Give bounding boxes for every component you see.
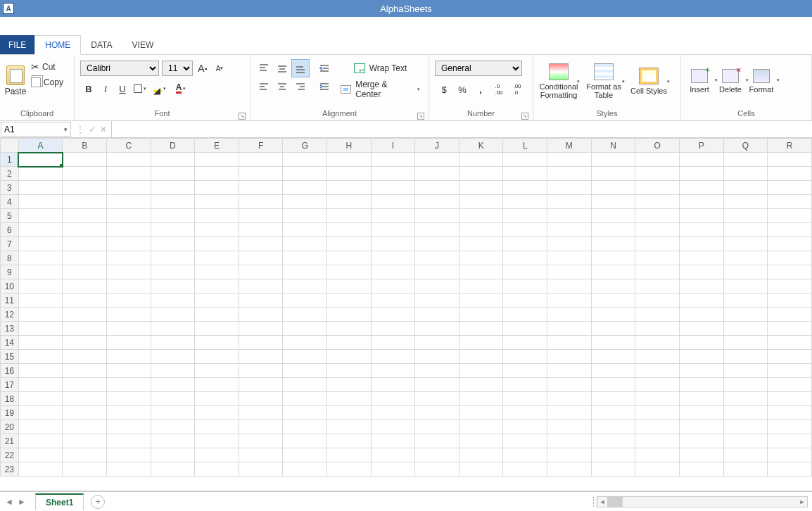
name-box-select[interactable]: A1 <box>1 122 61 136</box>
row-header-16[interactable]: 16 <box>1 364 19 378</box>
col-header-H[interactable]: H <box>327 139 372 153</box>
cell-A3[interactable] <box>18 181 63 195</box>
cell-B15[interactable] <box>63 350 107 364</box>
cell-A12[interactable] <box>18 308 63 322</box>
cell-K2[interactable] <box>459 167 503 181</box>
cell-P14[interactable] <box>680 336 724 350</box>
wrap-text-button[interactable]: Wrap Text <box>336 59 424 77</box>
cell-R11[interactable] <box>768 294 812 308</box>
cell-N22[interactable] <box>591 448 635 462</box>
cell-L17[interactable] <box>503 378 547 392</box>
cell-O21[interactable] <box>635 434 680 448</box>
cell-A18[interactable] <box>18 392 63 406</box>
cell-C11[interactable] <box>106 294 151 308</box>
cell-O15[interactable] <box>635 350 680 364</box>
paste-button[interactable]: Paste <box>3 56 28 106</box>
cell-E21[interactable] <box>195 434 239 448</box>
cell-Q10[interactable] <box>723 279 768 294</box>
cell-K17[interactable] <box>459 378 503 392</box>
cell-L21[interactable] <box>503 434 547 448</box>
cell-R18[interactable] <box>768 392 812 406</box>
cell-styles-button[interactable]: Cell Styles▾ <box>626 56 671 106</box>
cell-H8[interactable] <box>327 251 372 265</box>
cell-G7[interactable] <box>283 237 327 251</box>
cell-M23[interactable] <box>547 462 592 477</box>
cell-M15[interactable] <box>547 350 592 364</box>
cell-A16[interactable] <box>18 364 63 378</box>
cell-D2[interactable] <box>151 167 195 181</box>
cell-E9[interactable] <box>195 265 239 279</box>
bold-button[interactable]: B <box>80 80 97 97</box>
cell-Q2[interactable] <box>723 167 768 181</box>
cell-O17[interactable] <box>635 378 680 392</box>
row-header-6[interactable]: 6 <box>1 223 19 237</box>
cell-P5[interactable] <box>680 209 724 223</box>
cell-P16[interactable] <box>680 364 724 378</box>
cell-N15[interactable] <box>591 350 635 364</box>
cell-G19[interactable] <box>283 406 327 420</box>
cell-R7[interactable] <box>768 237 812 251</box>
cell-H9[interactable] <box>327 265 372 279</box>
cell-E10[interactable] <box>195 279 239 294</box>
cell-I4[interactable] <box>371 195 415 209</box>
cell-N7[interactable] <box>591 237 635 251</box>
cell-D5[interactable] <box>151 209 195 223</box>
cell-N8[interactable] <box>591 251 635 265</box>
cell-I8[interactable] <box>371 251 415 265</box>
cell-E17[interactable] <box>195 378 239 392</box>
cell-O14[interactable] <box>635 336 680 350</box>
col-header-L[interactable]: L <box>503 139 547 153</box>
cell-A21[interactable] <box>18 434 63 448</box>
cell-D11[interactable] <box>151 294 195 308</box>
format-button[interactable]: Format▾ <box>746 56 777 106</box>
align-middle-button[interactable] <box>273 59 291 77</box>
cell-G12[interactable] <box>283 308 327 322</box>
col-header-K[interactable]: K <box>459 139 503 153</box>
cell-R19[interactable] <box>768 406 812 420</box>
cell-C9[interactable] <box>106 265 151 279</box>
cell-C16[interactable] <box>106 364 151 378</box>
cell-K10[interactable] <box>459 279 503 294</box>
col-header-J[interactable]: J <box>415 139 459 153</box>
cell-G15[interactable] <box>283 350 327 364</box>
conditional-formatting-button[interactable]: Conditional Formatting▾ <box>536 56 581 106</box>
cell-O13[interactable] <box>635 322 680 336</box>
fill-color-button[interactable]: ◢▾ <box>149 80 170 97</box>
cell-R4[interactable] <box>768 195 812 209</box>
cell-F16[interactable] <box>239 364 283 378</box>
cell-B5[interactable] <box>63 209 107 223</box>
cell-D9[interactable] <box>151 265 195 279</box>
cell-B16[interactable] <box>63 364 107 378</box>
cell-D14[interactable] <box>151 336 195 350</box>
row-header-11[interactable]: 11 <box>1 294 19 308</box>
cell-E13[interactable] <box>195 322 239 336</box>
cell-K16[interactable] <box>459 364 503 378</box>
col-header-N[interactable]: N <box>591 139 635 153</box>
cell-M11[interactable] <box>547 294 592 308</box>
cell-R5[interactable] <box>768 209 812 223</box>
cell-A2[interactable] <box>18 167 63 181</box>
align-top-button[interactable] <box>255 59 273 77</box>
cell-B1[interactable] <box>63 153 107 167</box>
cell-H1[interactable] <box>327 153 372 167</box>
cell-J11[interactable] <box>415 294 459 308</box>
cell-Q19[interactable] <box>723 406 768 420</box>
cell-O10[interactable] <box>635 279 680 294</box>
cell-H3[interactable] <box>327 181 372 195</box>
add-sheet-button[interactable]: + <box>91 495 105 509</box>
cell-P12[interactable] <box>680 308 724 322</box>
cell-F3[interactable] <box>239 181 283 195</box>
tab-data[interactable]: DATA <box>81 35 122 54</box>
cell-J18[interactable] <box>415 392 459 406</box>
cell-O9[interactable] <box>635 265 680 279</box>
cell-G4[interactable] <box>283 195 327 209</box>
cell-C20[interactable] <box>106 420 151 434</box>
cell-J10[interactable] <box>415 279 459 294</box>
cell-C19[interactable] <box>106 406 151 420</box>
cell-R10[interactable] <box>768 279 812 294</box>
cell-L7[interactable] <box>503 237 547 251</box>
cell-M6[interactable] <box>547 223 592 237</box>
cell-A6[interactable] <box>18 223 63 237</box>
cell-D23[interactable] <box>151 462 195 477</box>
cell-L5[interactable] <box>503 209 547 223</box>
